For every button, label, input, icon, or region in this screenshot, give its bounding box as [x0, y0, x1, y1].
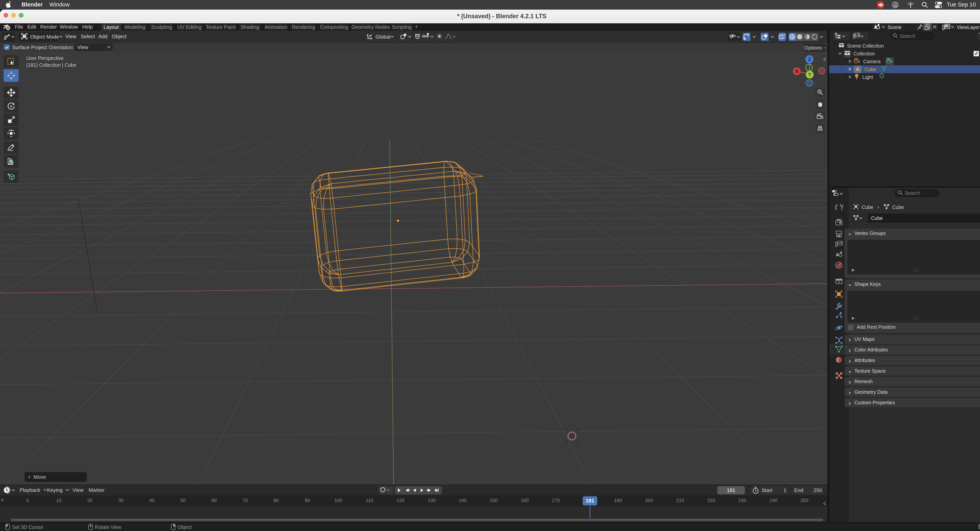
svg-text:Y: Y: [808, 72, 811, 77]
svg-text:Z: Z: [808, 57, 811, 62]
svg-text:X: X: [795, 68, 798, 74]
